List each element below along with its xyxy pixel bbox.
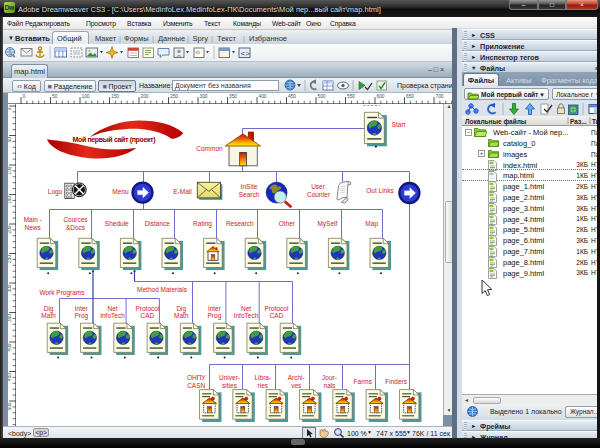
svg-text:Method Materials: Method Materials <box>137 286 188 293</box>
svg-text:Protocol: Protocol <box>135 305 159 312</box>
svg-text:Research: Research <box>226 220 254 227</box>
svg-text:Prog: Prog <box>74 312 88 320</box>
svg-text:550: 550 <box>347 94 355 99</box>
svg-text:ries: ries <box>258 382 269 389</box>
svg-text:‹›: ‹› <box>196 49 201 56</box>
svg-text:Distance: Distance <box>145 220 171 227</box>
svg-text:InSite: InSite <box>241 183 258 190</box>
svg-text:250: 250 <box>170 94 178 99</box>
svg-text:Net: Net <box>107 305 117 312</box>
svg-text:Finders: Finders <box>385 378 407 385</box>
svg-text:Map: Map <box>365 220 378 228</box>
svg-text:Search: Search <box>239 191 260 198</box>
svg-text:Net: Net <box>241 305 251 312</box>
svg-text:&Docs: &Docs <box>66 224 86 231</box>
svg-text:350: 350 <box>8 314 12 322</box>
svg-text:400: 400 <box>8 343 12 351</box>
svg-text:Common: Common <box>196 145 223 152</box>
svg-text:250: 250 <box>8 255 12 263</box>
svg-text:Shedule: Shedule <box>105 220 129 227</box>
svg-text:700: 700 <box>436 94 444 99</box>
svg-text:50: 50 <box>8 137 12 143</box>
svg-text:ОНПУ: ОНПУ <box>187 374 206 381</box>
svg-text:Farms: Farms <box>354 378 373 385</box>
svg-text:50: 50 <box>52 94 58 99</box>
svg-text:100: 100 <box>8 166 12 174</box>
svg-text:Inter: Inter <box>208 305 222 312</box>
svg-text:Other: Other <box>279 220 296 227</box>
svg-text:Protocol: Protocol <box>265 305 289 312</box>
svg-text:Univer-: Univer- <box>219 374 240 381</box>
svg-text:sities: sities <box>222 382 238 389</box>
svg-text:Libra-: Libra- <box>254 374 271 381</box>
svg-text:350: 350 <box>229 94 237 99</box>
svg-text:Rating: Rating <box>193 220 212 228</box>
svg-text:E-Mail: E-Mail <box>173 188 192 195</box>
svg-text:Math: Math <box>174 312 189 319</box>
svg-text:Out Links: Out Links <box>366 187 394 194</box>
svg-text:150: 150 <box>8 196 12 204</box>
svg-text:450: 450 <box>8 373 12 381</box>
svg-text:0: 0 <box>8 107 12 110</box>
svg-text:Math: Math <box>41 312 56 319</box>
svg-text:400: 400 <box>259 94 267 99</box>
svg-text:300: 300 <box>8 284 12 292</box>
svg-text:200: 200 <box>8 225 12 233</box>
svg-text:nals: nals <box>324 382 337 389</box>
svg-text:650: 650 <box>406 94 414 99</box>
svg-text:MySelf: MySelf <box>317 220 337 228</box>
svg-text:Мой первый сайт (проект): Мой первый сайт (проект) <box>73 136 156 144</box>
svg-text:Cources: Cources <box>63 216 88 223</box>
svg-text:Start: Start <box>392 121 406 128</box>
svg-text:Archi-: Archi- <box>288 374 305 381</box>
svg-text:News: News <box>25 224 42 231</box>
svg-text:Work Programs: Work Programs <box>39 289 85 297</box>
svg-text:450: 450 <box>288 94 296 99</box>
svg-text:User: User <box>311 183 326 190</box>
svg-text:Counter: Counter <box>307 191 331 198</box>
svg-text:0: 0 <box>23 94 26 99</box>
svg-text:Menu: Menu <box>112 188 129 195</box>
svg-text:200: 200 <box>141 94 149 99</box>
svg-text:InfoTech: InfoTech <box>100 312 125 319</box>
svg-text:ves: ves <box>291 382 302 389</box>
svg-text:Prog: Prog <box>208 312 222 320</box>
svg-text:Logo: Logo <box>48 188 63 196</box>
svg-text:<>: <> <box>241 49 251 58</box>
svg-text:100: 100 <box>82 94 90 99</box>
svg-text:600: 600 <box>377 94 385 99</box>
svg-text:CAD: CAD <box>270 312 284 319</box>
svg-text:150: 150 <box>111 94 119 99</box>
svg-text:500: 500 <box>318 94 326 99</box>
svg-text:300: 300 <box>200 94 208 99</box>
svg-text:Main -: Main - <box>24 216 42 223</box>
svg-text:500: 500 <box>8 402 12 410</box>
svg-text:InfoTech: InfoTech <box>234 312 259 319</box>
svg-text:Inter: Inter <box>75 305 89 312</box>
svg-text:CAD: CAD <box>141 312 155 319</box>
svg-text:Jour-: Jour- <box>322 374 337 381</box>
svg-text:CASN: CASN <box>187 382 205 389</box>
